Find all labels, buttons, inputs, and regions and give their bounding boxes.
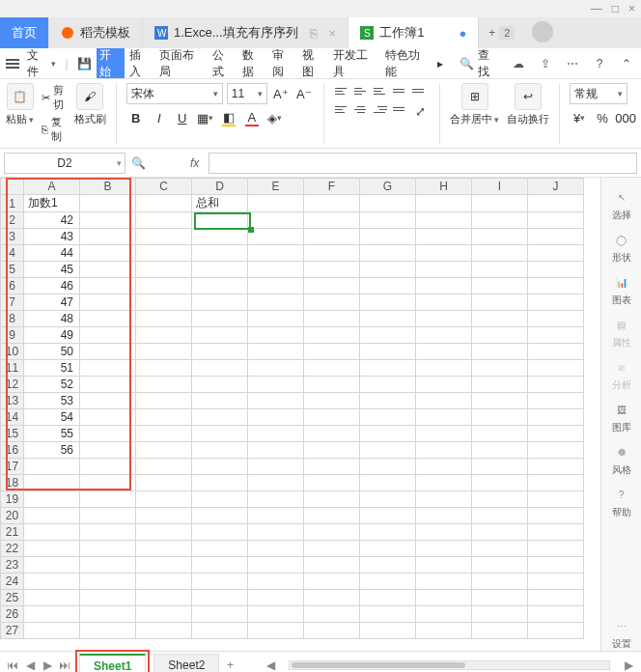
bold-button[interactable]: B [126, 108, 146, 127]
side-prop[interactable]: ▤属性 [612, 315, 631, 350]
document-tabs: 首页 稻壳模板 W 1.Exce...填充有序序列 ⎘ × S 工作簿1 ● +… [0, 17, 641, 48]
col-A[interactable]: A [24, 179, 80, 195]
ribbon-tab-review[interactable]: 审阅 [269, 48, 297, 78]
file-menu[interactable]: 文件▾ [23, 47, 60, 80]
col-I[interactable]: I [472, 179, 528, 195]
name-box[interactable]: D2▾ [4, 153, 125, 174]
menu-icon[interactable] [4, 55, 21, 72]
sheet-add[interactable]: + [223, 658, 237, 672]
sheet-next[interactable]: ▶ [41, 658, 54, 672]
cloud-icon[interactable]: ☁ [508, 53, 529, 74]
col-D[interactable]: D [192, 179, 248, 195]
more-icon[interactable]: ⋯ [562, 53, 583, 74]
col-E[interactable]: E [248, 179, 304, 195]
sheet-first[interactable]: ⏮ [6, 658, 19, 672]
close-icon[interactable]: × [329, 26, 337, 41]
sheet-tab-1[interactable]: Sheet1 [79, 654, 146, 673]
col-G[interactable]: G [360, 179, 416, 195]
ribbon-tab-formula[interactable]: 公式 [209, 48, 237, 78]
grid[interactable]: A B C D E F G H I J 1加数1总和 242 343 444 5… [0, 178, 600, 651]
side-more[interactable]: ⋯设置 [612, 616, 631, 651]
side-style[interactable]: ❁风格 [612, 442, 631, 477]
hscroll[interactable] [289, 660, 610, 670]
fill-handle[interactable] [248, 227, 254, 233]
col-B[interactable]: B [80, 179, 136, 195]
align-bottom[interactable] [372, 83, 389, 98]
italic-button[interactable]: I [150, 108, 169, 127]
font-color-button[interactable]: A [242, 108, 262, 127]
ribbon-tab-dev[interactable]: 开发工具 [330, 48, 380, 78]
copy-button[interactable]: ⎘复制 [42, 115, 67, 144]
collapse-icon[interactable]: ⌃ [616, 53, 637, 74]
indent-left[interactable] [391, 83, 408, 98]
align-center[interactable] [352, 101, 370, 117]
underline-button[interactable]: U [173, 108, 192, 127]
window-min[interactable]: — [591, 2, 602, 15]
size-select[interactable]: 11▾ [227, 83, 267, 104]
side-select[interactable]: ↖选择 [612, 187, 631, 222]
phonetic-button[interactable]: ◈▾ [265, 108, 285, 127]
sheet-tab-2[interactable]: Sheet2 [153, 654, 219, 672]
orientation-button[interactable]: ⤢ [410, 101, 430, 121]
align-top[interactable] [333, 83, 350, 98]
hscroll-left[interactable]: ◀ [264, 658, 277, 672]
style-icon: ❁ [612, 442, 631, 462]
percent-button[interactable]: % [593, 108, 612, 127]
number-format[interactable]: 常规▾ [570, 83, 627, 104]
select-all-corner[interactable] [1, 179, 24, 195]
ribbon-tab-start[interactable]: 开始 [97, 48, 125, 78]
col-C[interactable]: C [136, 179, 192, 195]
side-gallery[interactable]: 🖼图库 [612, 400, 631, 434]
ribbon-tab-data[interactable]: 数据 [239, 48, 267, 78]
align-right[interactable] [372, 101, 389, 117]
indent-right[interactable] [410, 83, 428, 98]
sheet-last[interactable]: ⏭ [58, 658, 71, 672]
decrease-font-icon[interactable]: A⁻ [294, 84, 314, 103]
help-icon[interactable]: ? [589, 53, 610, 74]
font-select[interactable]: 宋体▾ [126, 83, 223, 104]
side-shape[interactable]: ◯形状 [612, 230, 631, 265]
currency-button[interactable]: ¥▾ [570, 108, 589, 127]
merge-icon[interactable]: ⊞ [461, 83, 488, 110]
ribbon-more[interactable]: ▸ [434, 48, 446, 78]
paste-icon[interactable]: 📋 [7, 83, 34, 110]
ribbon-tab-layout[interactable]: 页面布局 [156, 48, 207, 78]
side-analyze[interactable]: ⎚分析 [612, 357, 631, 392]
wrap-icon[interactable]: ↩ [515, 83, 542, 110]
tab-workbook[interactable]: S 工作簿1 ● [348, 17, 479, 48]
border-button[interactable]: ▦▾ [196, 108, 215, 127]
window-max[interactable]: □ [612, 2, 619, 15]
tab-add[interactable]: +2 [479, 17, 524, 48]
brush-icon[interactable]: 🖌 [76, 83, 103, 110]
fx-label[interactable]: fx [190, 156, 199, 170]
ribbon-tab-view[interactable]: 视图 [299, 48, 327, 78]
col-H[interactable]: H [416, 179, 472, 195]
col-F[interactable]: F [304, 179, 360, 195]
comma-button[interactable]: 000 [616, 108, 635, 127]
increase-font-icon[interactable]: A⁺ [271, 84, 291, 103]
window-close[interactable]: × [628, 2, 635, 15]
tab-shell[interactable]: 稻壳模板 [49, 17, 143, 48]
tab-excel-doc[interactable]: W 1.Exce...填充有序序列 ⎘ × [143, 17, 348, 48]
formula-input[interactable] [209, 153, 637, 174]
ribbon-tab-feature[interactable]: 特色功能 [382, 48, 432, 78]
hscroll-right[interactable]: ▶ [622, 658, 635, 672]
ribbon-tab-insert[interactable]: 插入 [126, 48, 154, 78]
align-middle[interactable] [352, 83, 370, 98]
fill-color-button[interactable]: ◧ [219, 108, 238, 127]
avatar[interactable] [532, 21, 553, 42]
tab-options-icon[interactable]: ⎘ [310, 26, 318, 41]
sheet-prev[interactable]: ◀ [23, 658, 37, 672]
spreadsheet[interactable]: A B C D E F G H I J 1加数1总和 242 343 444 5… [0, 178, 584, 639]
tab-home[interactable]: 首页 [0, 17, 49, 48]
search-button[interactable]: 🔍查找 [454, 47, 506, 80]
distribute[interactable] [391, 101, 408, 117]
share-icon[interactable]: ⇪ [535, 53, 556, 74]
side-help[interactable]: ?帮助 [612, 485, 631, 519]
cut-button[interactable]: ✂剪切 [42, 83, 67, 112]
zoom-icon[interactable]: 🔍 [131, 156, 146, 170]
col-J[interactable]: J [528, 179, 584, 195]
save-icon[interactable]: 💾 [74, 53, 95, 74]
side-chart[interactable]: 📊图表 [612, 272, 631, 307]
align-left[interactable] [333, 101, 350, 117]
